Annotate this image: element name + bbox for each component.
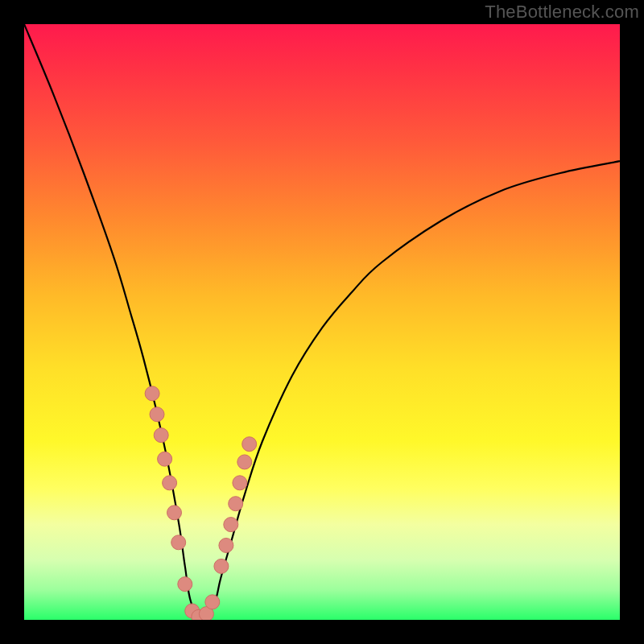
marker-point — [150, 407, 164, 422]
marker-point — [229, 497, 243, 511]
marker-point — [163, 476, 177, 490]
marker-point — [219, 539, 233, 553]
marker-point — [205, 595, 220, 609]
marker-point — [233, 476, 247, 490]
marker-point — [171, 535, 186, 550]
marker-point — [242, 437, 257, 452]
sample-markers — [145, 386, 257, 620]
curve-layer — [24, 24, 620, 620]
marker-point — [224, 518, 238, 532]
marker-point — [158, 452, 172, 466]
marker-point — [178, 577, 192, 592]
marker-point — [167, 506, 182, 520]
plot-area — [24, 24, 620, 620]
marker-point — [154, 428, 168, 443]
marker-point — [145, 386, 159, 401]
marker-point — [237, 455, 252, 469]
marker-point — [214, 559, 229, 573]
bottleneck-curve — [24, 24, 620, 620]
watermark-text: TheBottleneck.com — [485, 2, 639, 23]
chart-stage: TheBottleneck.com — [0, 0, 644, 644]
